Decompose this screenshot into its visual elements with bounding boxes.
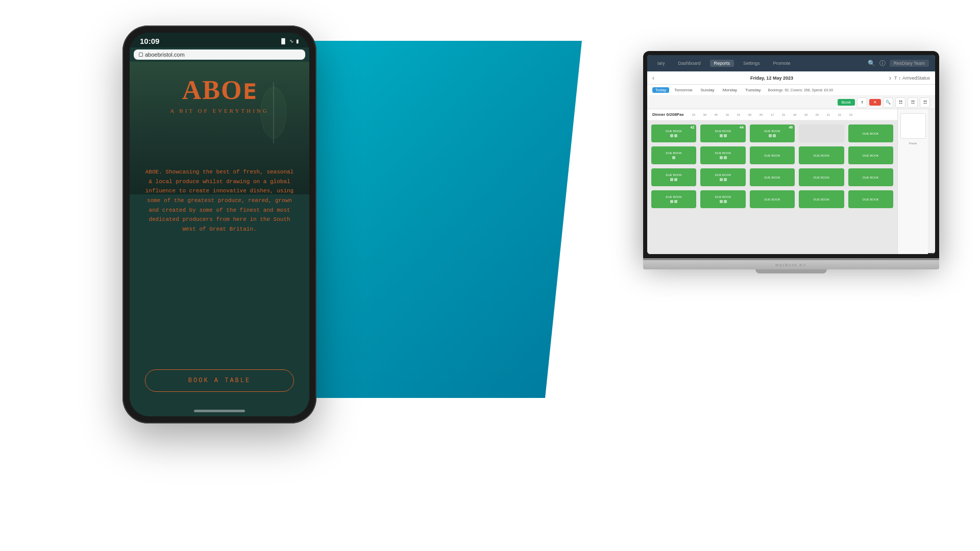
table-view-button[interactable]: ☷ [908, 97, 918, 108]
laptop-content-area: Dinner 0/208Pax 15 30 45 16 15 30 45 17 … [647, 109, 935, 254]
toolbar-icons: T ↕ ArrivedStatus [894, 76, 930, 81]
table-row[interactable]: DUE BOOK [750, 168, 795, 186]
logo-a: A [182, 76, 203, 105]
chair [720, 200, 723, 203]
time-slot: 45 [710, 113, 722, 116]
tab-promote[interactable]: Promote [769, 60, 795, 67]
table-row[interactable]: DUE BOOK [700, 190, 745, 208]
time-slot: 21 [823, 113, 834, 116]
day-today[interactable]: Today [652, 87, 669, 93]
table-booking-label: DUE BOOK [715, 173, 731, 177]
book-table-button[interactable]: BOOK A TABLE [145, 369, 294, 392]
table-row[interactable]: DUE BOOK [651, 146, 696, 164]
table-row[interactable]: DUE BOOK [799, 168, 844, 186]
table-booking-label: DUE BOOK [764, 130, 780, 133]
time-slot: 30 [699, 113, 710, 116]
chair [720, 178, 723, 181]
user-label[interactable]: ResDiary Team [890, 60, 929, 67]
table-row[interactable]: DUE BOOK [700, 146, 745, 164]
collapse-button[interactable]: ‹ [928, 253, 935, 254]
table-chairs [670, 134, 677, 137]
table-row[interactable]: DUE BOOK [848, 168, 893, 186]
signal-icon: ▐▌ [280, 38, 287, 44]
wifi-icon: ∿ [289, 38, 293, 44]
grid-view-button[interactable]: ☷ [895, 97, 905, 108]
search-icon[interactable]: 🔍 [868, 60, 875, 67]
logo-b: B [202, 76, 221, 105]
phone-logo-area: ABOᴇ A BIT OF EVERYTHING [130, 62, 309, 119]
tab-reports[interactable]: Reports [710, 60, 734, 67]
phone-status-bar: 10:09 ▐▌ ∿ ▮ [130, 33, 309, 47]
prev-date-button[interactable]: ‹ [652, 74, 654, 82]
phone-frame: 10:09 ▐▌ ∿ ▮ aboebristol.com [122, 26, 316, 423]
table-row[interactable]: DUE BOOK [750, 190, 795, 208]
layout-button[interactable]: ☷ [920, 97, 930, 108]
table-number: 42 [691, 126, 695, 129]
day-monday[interactable]: Monday [720, 87, 740, 93]
day-sunday[interactable]: Sunday [697, 87, 717, 93]
table-row[interactable]: 44 DUE BOOK [700, 124, 745, 142]
lock-icon [139, 53, 143, 57]
book-button[interactable]: Book [838, 99, 855, 106]
main-view: Dinner 0/208Pax 15 30 45 16 15 30 45 17 … [647, 109, 897, 254]
chair [674, 200, 677, 203]
nav-right: 🔍 ⓘ ResDiary Team [868, 59, 929, 68]
day-tomorrow[interactable]: Tomorrow [671, 87, 695, 93]
tab-diary[interactable]: iary [653, 60, 669, 67]
chair [773, 134, 776, 137]
table-row[interactable]: 46 DUE BOOK [750, 124, 795, 142]
table-booking-label: DUE BOOK [666, 130, 682, 133]
table-row[interactable]: DUE BOOK [848, 124, 893, 142]
table-row[interactable]: 42 DUE BOOK [651, 124, 696, 142]
table-chairs [672, 156, 675, 159]
tab-dashboard[interactable]: Dashboard [674, 60, 705, 67]
help-icon[interactable]: ⓘ [879, 59, 886, 68]
day-tuesday[interactable]: Tuesday [742, 87, 764, 93]
table-chairs [720, 200, 727, 203]
table-row[interactable]: DUE BOOK [799, 190, 844, 208]
table-chairs [720, 178, 727, 181]
tab-settings[interactable]: Settings [739, 60, 764, 67]
chair [720, 134, 723, 137]
table-booking-label: DUE BOOK [715, 152, 731, 155]
time-slot: 22 [834, 113, 845, 116]
table-row[interactable]: DUE BOOK [848, 190, 893, 208]
time-slot: 19 [800, 113, 812, 116]
table-row[interactable]: DUE BOOK [700, 168, 745, 186]
laptop-device: iary Dashboard Reports Settings Promote … [643, 51, 939, 269]
toolbar-more: ↕ [898, 76, 901, 81]
table-row[interactable]: DUE BOOK [651, 190, 696, 208]
chair [670, 178, 673, 181]
table-booking-label: DUE BOOK [764, 198, 780, 201]
laptop-subtoolbar: Today Tomorrow Sunday Monday Tuesday Boo… [647, 85, 935, 96]
next-date-button[interactable]: › [889, 74, 891, 82]
time-slot: 15 [778, 113, 789, 116]
table-row[interactable]: DUE BOOK [750, 146, 795, 164]
table-booking-label: DUE BOOK [666, 173, 682, 177]
chair [672, 156, 675, 159]
t-icon: T [894, 76, 897, 81]
table-booking-label: DUE BOOK [814, 154, 830, 157]
cancel-button[interactable]: ✕ [869, 99, 881, 106]
time-slots: 15 30 45 16 15 30 45 17 15 18 19 [688, 113, 892, 116]
table-number: 44 [740, 126, 744, 129]
arrived-status: ArrivedStatus [902, 76, 930, 81]
table-booking-label: DUE BOOK [715, 130, 731, 133]
search-small-button[interactable]: 🔍 [883, 97, 893, 108]
table-row[interactable]: DUE BOOK [799, 146, 844, 164]
laptop-action-bar: Book f ✕ 🔍 ☷ ☷ ☷ [647, 96, 935, 109]
time-slot: 17 [767, 113, 778, 116]
phone-device: 10:09 ▐▌ ∿ ▮ aboebristol.com [122, 26, 316, 423]
flag-button[interactable]: f [857, 97, 867, 108]
chair [724, 178, 727, 181]
table-row[interactable]: DUE BOOK [848, 146, 893, 164]
table-chairs [670, 200, 677, 203]
chair [724, 200, 727, 203]
aboe-logo: ABOᴇ [182, 77, 257, 104]
phone-status-icons: ▐▌ ∿ ▮ [280, 38, 299, 44]
logo-e: ᴇ [242, 76, 257, 105]
table-row[interactable]: DUE BOOK [651, 168, 696, 186]
phone-url-bar[interactable]: aboebristol.com [134, 49, 305, 60]
chair [720, 156, 723, 159]
time-slot: 30 [744, 113, 755, 116]
